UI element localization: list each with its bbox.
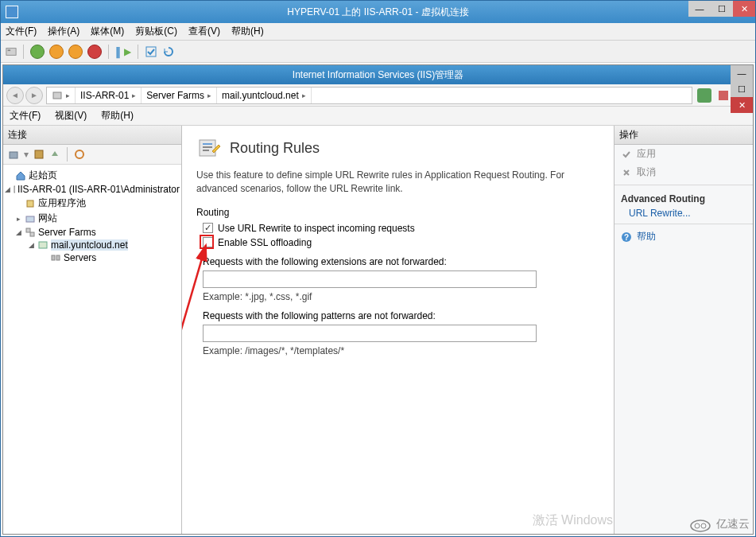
actions-header: 操作 bbox=[614, 126, 753, 145]
activate-windows-watermark: 激活 Windows bbox=[533, 512, 613, 529]
server-tree-icon bbox=[13, 184, 15, 195]
tree-server-farms[interactable]: ◢ Server Farms bbox=[5, 226, 180, 239]
action-apply[interactable]: 应用 bbox=[614, 145, 753, 163]
pause-icon[interactable]: ∥ bbox=[115, 45, 119, 58]
action-help[interactable]: ? 帮助 bbox=[614, 228, 753, 246]
vm-toolbar: ∥ ▶ bbox=[1, 41, 755, 63]
vm-menu-media[interactable]: 媒体(M) bbox=[91, 25, 124, 38]
enable-ssl-offloading-row[interactable]: Enable SSL offloading bbox=[203, 237, 599, 248]
cancel-icon bbox=[621, 167, 632, 178]
servers-node-icon bbox=[50, 252, 61, 263]
connect-icon[interactable] bbox=[8, 149, 19, 160]
start-button-icon[interactable] bbox=[30, 45, 45, 59]
extensions-input[interactable] bbox=[203, 270, 537, 288]
refresh-conn-icon[interactable] bbox=[74, 149, 85, 160]
bc-server[interactable]: IIS-ARR-01 bbox=[80, 90, 129, 101]
svg-line-21 bbox=[182, 245, 206, 534]
use-url-rewrite-checkbox[interactable] bbox=[203, 223, 213, 233]
iis-menu-file[interactable]: 文件(F) bbox=[10, 109, 41, 123]
svg-rect-13 bbox=[30, 232, 34, 236]
apply-icon bbox=[621, 149, 632, 160]
vm-menu-view[interactable]: 查看(V) bbox=[188, 25, 220, 38]
enable-ssl-offloading-label: Enable SSL offloading bbox=[218, 237, 312, 248]
help-icon: ? bbox=[621, 232, 632, 243]
up-icon[interactable] bbox=[49, 149, 60, 160]
tree-sites[interactable]: ▸ 网站 bbox=[5, 211, 180, 226]
svg-rect-14 bbox=[39, 242, 47, 248]
iis-maximize-button[interactable]: ☐ bbox=[731, 81, 753, 97]
connections-header: 连接 bbox=[3, 126, 181, 145]
vm-maximize-button[interactable]: ☐ bbox=[711, 1, 733, 17]
sites-icon bbox=[25, 213, 36, 224]
svg-rect-5 bbox=[10, 152, 17, 158]
home-icon bbox=[15, 170, 26, 181]
shutdown-button-icon[interactable] bbox=[68, 45, 83, 59]
iis-minimize-button[interactable]: — bbox=[731, 65, 753, 81]
vm-menu-action[interactable]: 操作(A) bbox=[48, 25, 79, 38]
svg-point-26 bbox=[701, 523, 706, 528]
svg-rect-2 bbox=[146, 47, 156, 56]
reset-icon[interactable]: ▶ bbox=[124, 46, 131, 57]
svg-rect-4 bbox=[719, 91, 728, 100]
revert-icon[interactable] bbox=[162, 45, 175, 58]
connections-toolbar: ▾ bbox=[3, 145, 181, 165]
svg-rect-19 bbox=[203, 146, 212, 148]
save-conn-icon[interactable] bbox=[33, 149, 45, 160]
extensions-example: Example: *.jpg, *.css, *.gif bbox=[203, 291, 599, 302]
vm-menu-clipboard[interactable]: 剪贴板(C) bbox=[135, 25, 177, 38]
farms-icon bbox=[25, 227, 36, 238]
svg-rect-15 bbox=[52, 255, 55, 260]
url-rewrite-link[interactable]: URL Rewrite... bbox=[614, 206, 753, 220]
brand-watermark: 亿速云 bbox=[689, 516, 750, 532]
svg-rect-1 bbox=[8, 49, 11, 51]
vm-title: HYPERV-01 上的 IIS-ARR-01 - 虚拟机连接 bbox=[287, 6, 469, 19]
svg-rect-18 bbox=[203, 143, 212, 145]
breadcrumb[interactable]: ▸ IIS-ARR-01▸ Server Farms▸ mail.yuntclo… bbox=[46, 87, 692, 104]
vm-close-button[interactable]: ✕ bbox=[733, 1, 755, 17]
patterns-input[interactable] bbox=[203, 325, 537, 342]
use-url-rewrite-row[interactable]: Use URL Rewrite to inspect incoming requ… bbox=[203, 223, 599, 234]
action-cancel[interactable]: 取消 bbox=[614, 163, 753, 181]
svg-point-24 bbox=[691, 520, 710, 531]
ctrl-alt-del-icon[interactable] bbox=[6, 46, 17, 57]
apppool-icon bbox=[25, 198, 36, 209]
vm-titlebar: HYPERV-01 上的 IIS-ARR-01 - 虚拟机连接 — ☐ ✕ bbox=[1, 1, 755, 23]
iis-menu-view[interactable]: 视图(V) bbox=[55, 109, 87, 123]
content-pane: Routing Rules Use this feature to define… bbox=[182, 126, 614, 534]
turnoff-button-icon[interactable] bbox=[49, 45, 64, 59]
routing-rules-icon bbox=[196, 135, 222, 161]
tree-server[interactable]: ◢ IIS-ARR-01 (IIS-ARR-01\Administrator bbox=[5, 183, 180, 196]
save-button-icon[interactable] bbox=[87, 45, 102, 59]
bc-farms[interactable]: Server Farms bbox=[146, 90, 204, 101]
patterns-label: Requests with the following patterns are… bbox=[203, 310, 599, 321]
bc-farm[interactable]: mail.yuntcloud.net bbox=[222, 90, 299, 101]
svg-rect-16 bbox=[56, 255, 60, 260]
svg-rect-6 bbox=[35, 150, 43, 158]
vm-minimize-button[interactable]: — bbox=[688, 1, 711, 17]
tree-servers[interactable]: Servers bbox=[5, 251, 180, 264]
iis-title: Internet Information Services (IIS)管理器 bbox=[293, 68, 463, 82]
nav-forward-button[interactable]: ► bbox=[25, 87, 43, 104]
tree-apppools[interactable]: 应用程序池 bbox=[5, 196, 180, 211]
cloud-brand-icon bbox=[689, 516, 711, 532]
svg-rect-8 bbox=[14, 186, 15, 193]
advanced-routing-section: Advanced Routing bbox=[614, 189, 753, 206]
iis-close-button[interactable]: ✕ bbox=[731, 97, 753, 113]
vm-menu-help[interactable]: 帮助(H) bbox=[231, 25, 264, 38]
extensions-label: Requests with the following extensions a… bbox=[203, 256, 599, 267]
vm-sysicon bbox=[6, 6, 18, 18]
annotation-red-box bbox=[200, 235, 214, 249]
svg-text:?: ? bbox=[624, 233, 629, 242]
checkpoint-icon[interactable] bbox=[145, 45, 157, 58]
iis-titlebar: Internet Information Services (IIS)管理器 —… bbox=[3, 65, 753, 84]
svg-rect-10 bbox=[27, 200, 33, 207]
svg-point-7 bbox=[76, 150, 83, 158]
nav-back-button[interactable]: ◄ bbox=[6, 87, 24, 104]
iis-menu-help[interactable]: 帮助(H) bbox=[101, 109, 134, 123]
tree-start-page[interactable]: 起始页 bbox=[5, 168, 180, 183]
vm-menu-file[interactable]: 文件(F) bbox=[6, 25, 37, 38]
tree-farm-mail[interactable]: ◢ mail.yuntcloud.net bbox=[5, 239, 180, 251]
connections-tree: 起始页 ◢ IIS-ARR-01 (IIS-ARR-01\Administrat… bbox=[3, 165, 181, 267]
refresh-all-icon[interactable] bbox=[697, 88, 711, 103]
stop-icon[interactable] bbox=[716, 88, 731, 103]
